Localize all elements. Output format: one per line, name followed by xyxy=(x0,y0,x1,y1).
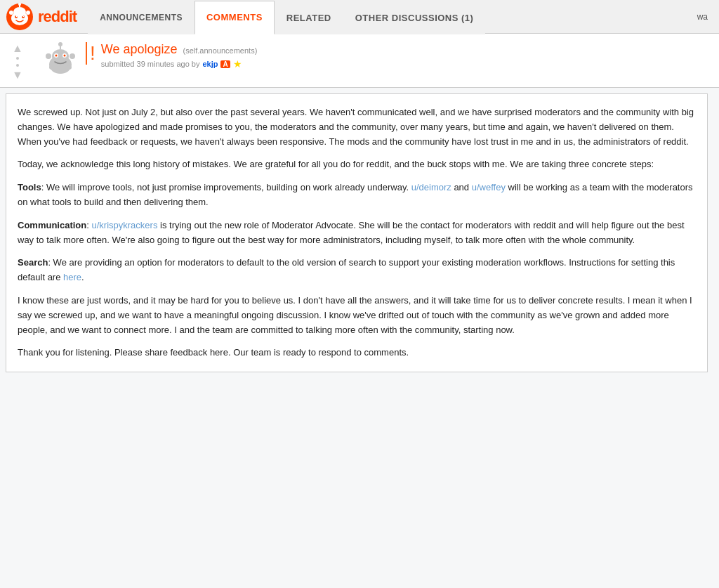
tools-and: and xyxy=(454,182,469,192)
tab-other-discussions[interactable]: other discussions (1) xyxy=(343,1,486,34)
svg-point-20 xyxy=(64,55,66,57)
tab-comments[interactable]: comments xyxy=(194,1,275,34)
tools-text: : We will improve tools, not just promis… xyxy=(41,182,409,192)
svg-point-14 xyxy=(70,53,75,59)
main-content: We screwed up. Not just on July 2, but a… xyxy=(6,93,708,372)
search-text: : We are providing an option for moderat… xyxy=(18,257,675,282)
svg-point-13 xyxy=(46,53,51,59)
paragraph-communication: Communication: u/krispykrackers is tryin… xyxy=(18,218,696,248)
paragraph-1: We screwed up. Not just on July 2, but a… xyxy=(18,105,696,149)
post-title[interactable]: We apologize xyxy=(101,42,178,57)
svg-point-6 xyxy=(9,11,13,15)
warning-icon: ! xyxy=(86,42,95,65)
admin-badge: A xyxy=(220,60,230,68)
tools-link-deimorz[interactable]: u/deimorz xyxy=(411,182,451,192)
svg-point-22 xyxy=(66,65,72,70)
search-period: . xyxy=(81,272,84,282)
svg-point-21 xyxy=(49,65,55,70)
upvote-button[interactable]: ▲ xyxy=(13,44,22,53)
comm-link-krispykrackers[interactable]: u/krispykrackers xyxy=(91,220,157,230)
vote-dot-2 xyxy=(16,64,19,67)
reddit-logo-icon xyxy=(6,3,34,31)
paragraph-tools: Tools: We will improve tools, not just p… xyxy=(18,181,696,210)
paragraph-2: Today, we acknowledge this long history … xyxy=(18,157,696,172)
post-author[interactable]: ekjp xyxy=(202,60,218,68)
thumbnail-area xyxy=(35,39,86,81)
header-right: wa xyxy=(697,12,713,22)
svg-point-5 xyxy=(23,15,25,17)
post-selftext-link[interactable]: (self.announcements) xyxy=(183,46,258,55)
tab-announcements[interactable]: ANNOUNCEMENTS xyxy=(88,1,194,34)
post-container: ▲ ▼ xyxy=(0,34,719,88)
svg-point-19 xyxy=(55,55,58,57)
tabs: ANNOUNCEMENTS comments related other dis… xyxy=(88,0,485,34)
comm-label: Communication xyxy=(18,220,86,230)
logo-area: reddit xyxy=(6,3,77,31)
post-submitted-text: submitted 39 minutes ago by xyxy=(101,60,200,68)
post-header: We apologize (self.announcements) submit… xyxy=(98,39,263,70)
downvote-button[interactable]: ▼ xyxy=(13,70,22,80)
tab-related[interactable]: related xyxy=(275,1,343,34)
vote-column: ▲ ▼ xyxy=(0,39,35,81)
svg-point-7 xyxy=(26,11,30,15)
tools-link-weffey[interactable]: u/weffey xyxy=(472,182,506,192)
search-link-here[interactable]: here xyxy=(63,272,81,282)
paragraph-5: I know these are just words, and it may … xyxy=(18,294,696,337)
paragraph-6: Thank you for listening. Please share fe… xyxy=(18,346,696,360)
post-title-row: We apologize (self.announcements) xyxy=(101,42,258,57)
comm-colon: : xyxy=(86,220,89,230)
svg-point-8 xyxy=(13,7,26,17)
paragraph-search: Search: We are providing an option for m… xyxy=(18,256,696,285)
svg-point-10 xyxy=(18,3,21,6)
header: reddit ANNOUNCEMENTS comments related ot… xyxy=(0,0,719,34)
page: ▲ ▼ xyxy=(0,34,719,588)
svg-point-16 xyxy=(58,42,62,46)
gold-award-icon: ★ xyxy=(233,58,242,70)
vote-dot-1 xyxy=(16,57,19,60)
post-meta: submitted 39 minutes ago by ekjp A ★ xyxy=(101,58,258,70)
logo-text[interactable]: reddit xyxy=(38,8,77,26)
post-main: ! We apologize (self.announcements) subm… xyxy=(86,39,263,81)
search-label: Search xyxy=(18,257,48,268)
tools-label: Tools xyxy=(18,182,41,192)
reddit-mascot-icon xyxy=(41,42,80,81)
